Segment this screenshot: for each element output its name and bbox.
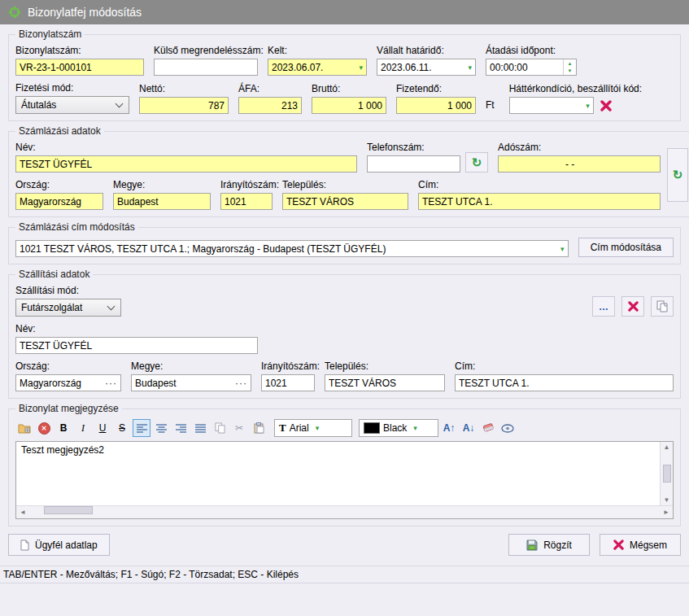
note-text[interactable]: Teszt megjegyzés2 — [16, 442, 660, 505]
preview-button[interactable] — [499, 419, 517, 437]
billing-iranyitoszam-label: Irányítószám: — [220, 179, 273, 190]
align-center-button[interactable] — [152, 419, 170, 437]
note-editor[interactable]: Teszt megjegyzés2 ▲ ▼ ◄ ► — [15, 441, 674, 519]
eraser-button[interactable] — [479, 419, 497, 437]
horizontal-scrollbar[interactable]: ◄ ► — [16, 505, 673, 518]
atadasi-idopont-spinner[interactable]: 00:00:00 ▲ ▼ — [486, 59, 577, 76]
scroll-down-icon[interactable]: ▼ — [662, 495, 672, 505]
ugyfel-adatlap-button[interactable]: Ügyfél adatlap — [8, 534, 110, 556]
font-family-dropdown[interactable]: T Arial ▾ — [274, 419, 352, 437]
billing-refresh-button[interactable]: ↻ — [667, 148, 688, 202]
cim-modositasa-button[interactable]: Cím módosítása — [578, 238, 674, 257]
billing-nev-input[interactable] — [15, 155, 357, 173]
fizetesi-mod-select[interactable]: Átutalás — [15, 96, 129, 114]
italic-button[interactable]: I — [74, 419, 92, 437]
strikethrough-button[interactable]: S — [113, 419, 131, 437]
align-left-button[interactable] — [133, 419, 150, 437]
paste-button[interactable] — [250, 419, 268, 437]
ellipsis-icon[interactable]: ··· — [235, 378, 247, 389]
decrease-font-button[interactable]: A↓ — [460, 419, 478, 437]
shipping-cim-label: Cím: — [455, 360, 674, 372]
bold-button[interactable]: B — [55, 419, 72, 437]
section-szamlazasi-adatok-title: Számlázási adatok — [15, 125, 104, 137]
app-icon — [8, 6, 21, 19]
shipping-telepules-label: Település: — [325, 360, 445, 372]
refresh-icon: ↻ — [472, 155, 482, 170]
shipping-copy-button[interactable] — [651, 296, 674, 317]
rogzit-button[interactable]: Rögzít — [508, 534, 590, 556]
shipping-browse-button[interactable]: … — [592, 296, 615, 317]
footer-buttons: Ügyfél adatlap Rögzít Mégsem — [8, 534, 681, 556]
save-icon — [526, 540, 538, 551]
rogzit-label: Rögzít — [543, 540, 572, 551]
spin-down-icon[interactable]: ▼ — [564, 68, 576, 76]
billing-megye-input[interactable] — [113, 193, 211, 210]
szallitasi-mod-value: Futárszolgálat — [21, 302, 105, 313]
atadasi-idopont-label: Átadási időpont: — [486, 45, 577, 56]
billing-telepules-input[interactable] — [282, 193, 408, 210]
open-folder-button[interactable] — [15, 419, 33, 437]
shipping-orszag-picker[interactable]: Magyarország ··· — [15, 374, 121, 391]
kelt-dropdown[interactable]: 2023.06.07. ▾ — [268, 59, 367, 76]
scroll-right-icon[interactable]: ► — [661, 507, 671, 518]
align-right-button[interactable] — [172, 419, 190, 437]
fizetendo-label: Fizetendő: — [396, 83, 476, 94]
strikethrough-icon: S — [119, 422, 125, 434]
telefonszam-input[interactable] — [367, 155, 460, 173]
shipping-delete-button[interactable] — [621, 296, 644, 317]
chevron-down-icon: ▾ — [560, 245, 565, 253]
document-icon — [20, 540, 29, 551]
brutto-input[interactable] — [312, 97, 386, 114]
fizetendo-input[interactable] — [396, 97, 476, 114]
shipping-orszag-value: Magyarország — [20, 378, 105, 389]
cut-button[interactable]: ✂ — [230, 419, 248, 437]
increase-font-button[interactable]: A↑ — [440, 419, 458, 437]
scroll-left-icon[interactable]: ◄ — [18, 507, 28, 518]
billing-orszag-input[interactable] — [15, 193, 103, 210]
status-bar: TAB/ENTER - Mezőváltás; F1 - Súgó; F2 - … — [0, 566, 689, 583]
telefonszam-refresh-button[interactable]: ↻ — [465, 152, 488, 173]
netto-label: Nettó: — [139, 83, 229, 94]
eye-icon — [501, 424, 514, 433]
status-text: TAB/ENTER - Mezőváltás; F1 - Súgó; F2 - … — [3, 569, 299, 580]
chevron-down-icon: ▾ — [413, 424, 417, 432]
window-title: Bizonylatfej módosítás — [28, 6, 142, 19]
vertical-scrollbar[interactable]: ▲ ▼ — [660, 442, 673, 505]
underline-button[interactable]: U — [94, 419, 111, 437]
note-toolbar: ✕ B I U S — [15, 419, 674, 437]
shipping-telepules-input[interactable] — [325, 374, 445, 391]
scroll-up-icon[interactable]: ▲ — [662, 442, 672, 452]
spin-up-icon[interactable]: ▲ — [564, 59, 576, 68]
hatterkondicio-clear-button[interactable] — [600, 100, 612, 114]
billing-cim-input[interactable] — [418, 193, 661, 210]
kulso-megrendelesszam-input[interactable] — [154, 59, 258, 76]
szallitasi-mod-select[interactable]: Futárszolgálat — [15, 299, 121, 317]
shipping-nev-input[interactable] — [15, 337, 258, 354]
refresh-icon: ↻ — [673, 168, 683, 182]
vertical-scroll-thumb[interactable] — [663, 465, 671, 483]
horizontal-scroll-thumb[interactable] — [44, 506, 93, 514]
shipping-megye-picker[interactable]: Budapest ··· — [131, 374, 251, 391]
ellipsis-icon[interactable]: ··· — [105, 378, 117, 389]
bizonylatszam-input[interactable] — [15, 59, 144, 76]
szamlazasi-cim-dropdown[interactable]: 1021 TESZT VÁROS, TESZT UTCA 1.; Magyaro… — [15, 240, 569, 257]
section-szamlazasi-cim-title: Számlázási cím módosítás — [15, 221, 138, 233]
font-color-dropdown[interactable]: Black ▾ — [359, 419, 438, 437]
align-justify-button[interactable] — [191, 419, 209, 437]
billing-nev-label: Név: — [15, 142, 357, 153]
color-swatch — [364, 422, 380, 434]
shipping-cim-input[interactable] — [455, 374, 674, 391]
billing-iranyitoszam-input[interactable] — [220, 193, 273, 210]
window-titlebar[interactable]: Bizonylatfej módosítás — [0, 0, 689, 24]
copy-button[interactable] — [211, 419, 229, 437]
clear-note-button[interactable]: ✕ — [35, 419, 53, 437]
afa-input[interactable] — [238, 97, 302, 114]
netto-input[interactable] — [139, 97, 229, 114]
adoszam-input[interactable] — [498, 155, 661, 173]
fizetesi-mod-value: Átutalás — [21, 99, 113, 111]
shipping-iranyitoszam-input[interactable] — [261, 374, 315, 391]
megsem-button[interactable]: Mégsem — [600, 534, 681, 556]
section-bizonylatszam: Bizonylatszám Bizonylatszám: Külső megre… — [8, 28, 681, 121]
vallalt-hatarido-dropdown[interactable]: 2023.06.11. ▾ — [377, 59, 476, 76]
hatterkondicio-dropdown[interactable]: ▾ — [509, 97, 594, 114]
